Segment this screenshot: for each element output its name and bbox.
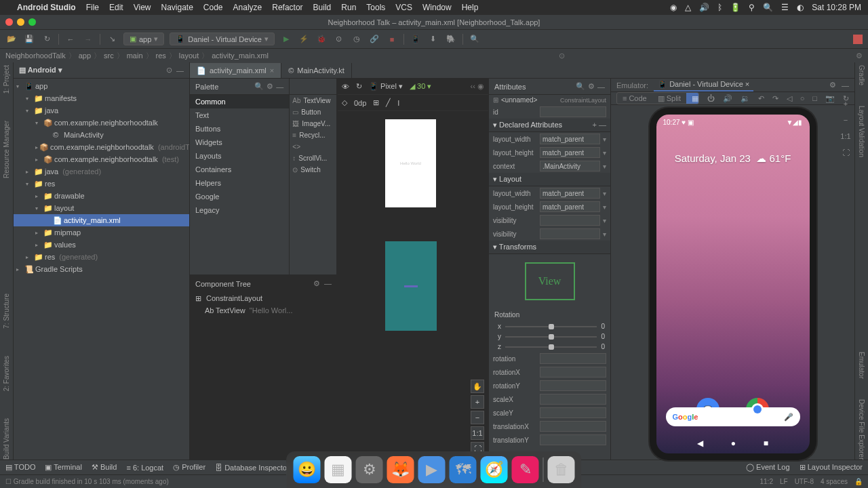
palette-category[interactable]: Text: [190, 108, 289, 122]
tool-event-log[interactable]: ◯ Event Log: [746, 463, 790, 472]
emu-zoom-fit-icon[interactable]: 1:1: [840, 130, 852, 142]
api-select[interactable]: ◢ 30 ▾: [410, 82, 431, 91]
rotation-slider[interactable]: [505, 346, 597, 348]
layout-section[interactable]: ▾ Layout: [489, 173, 610, 186]
tool-database[interactable]: 🗄 Database Inspector: [215, 464, 289, 472]
profile-icon[interactable]: ◷: [351, 33, 363, 45]
margin-icon[interactable]: ⊞: [373, 98, 379, 107]
quicktime-icon[interactable]: ▶: [418, 456, 446, 483]
zoom-fit-button[interactable]: 1:1: [471, 426, 484, 440]
component-tree-row[interactable]: AbTextView"Hello Worl...: [190, 304, 337, 317]
tool-build-variants[interactable]: Build Variants: [3, 418, 10, 460]
device-dropdown[interactable]: 📱Daniel - Virtual Device▾: [170, 33, 275, 45]
line-separator[interactable]: LF: [780, 478, 788, 485]
guideline-icon[interactable]: ╱: [386, 98, 391, 107]
attr-input[interactable]: [540, 161, 600, 171]
coverage-icon[interactable]: ⊙: [333, 33, 345, 45]
minimize-window-button[interactable]: [17, 18, 24, 26]
attr-input[interactable]: [540, 407, 606, 418]
menu-run[interactable]: Run: [341, 3, 356, 12]
attr-input[interactable]: [540, 353, 606, 364]
tool-layout-inspector[interactable]: ⊞ Layout Inspector: [800, 463, 863, 472]
stop-icon[interactable]: ■: [386, 33, 398, 45]
palette-search-icon[interactable]: 🔍: [254, 82, 264, 91]
palette-category[interactable]: Legacy: [190, 203, 289, 217]
tool-todo[interactable]: ▤ TODO: [5, 463, 35, 472]
open-icon[interactable]: 📂: [5, 33, 18, 45]
tree-row[interactable]: ▸📁values: [14, 239, 189, 251]
apply-changes-icon[interactable]: ⚡: [298, 33, 310, 45]
ct-hide-icon[interactable]: —: [324, 279, 332, 288]
close-window-button[interactable]: [5, 18, 13, 26]
project-view-dropdown[interactable]: ▤ Android ▾: [19, 66, 62, 75]
menu-vcs[interactable]: VCS: [395, 3, 412, 12]
collapse-icon[interactable]: —: [176, 66, 184, 75]
tool-profiler[interactable]: ◷ Profiler: [173, 463, 205, 472]
project-settings-icon[interactable]: ⊙: [166, 66, 172, 75]
wifi-icon[interactable]: ⚲: [749, 3, 755, 12]
tool-layout-validation[interactable]: Layout Validation: [858, 106, 865, 157]
emu-volume-up-icon[interactable]: 🔊: [723, 94, 732, 103]
cursor-position[interactable]: 11:2: [760, 478, 772, 485]
safari-icon[interactable]: 🧭: [481, 456, 508, 483]
project-tree[interactable]: ▾📱app▾📁manifests▾📁java▾📦com.example.neig…: [14, 79, 189, 460]
rotation-slider[interactable]: [505, 326, 597, 327]
tree-row[interactable]: ▾📁layout: [14, 202, 189, 214]
nav-back-icon[interactable]: ◀: [697, 439, 703, 448]
orientation-icon[interactable]: ↻: [356, 82, 362, 91]
emu-zoom-in-icon[interactable]: +: [840, 98, 852, 110]
palette-item[interactable]: ⊙Switch: [290, 164, 336, 176]
sdk-icon[interactable]: ⬇: [427, 33, 439, 45]
align-icon[interactable]: I: [397, 99, 399, 107]
breadcrumb-item[interactable]: app: [79, 52, 91, 60]
menu-window[interactable]: Window: [422, 3, 452, 12]
breadcrumb-item[interactable]: activity_main.xml: [212, 52, 269, 60]
search-icon[interactable]: 🔍: [763, 3, 773, 12]
phone-screen[interactable]: 10:27 ♥ ▣ ▼◢▮ Saturday, Jan 23 ☁ 61°F 💬 …: [656, 115, 810, 453]
sync-icon[interactable]: ↻: [41, 33, 53, 45]
attach-icon[interactable]: 🔗: [368, 33, 380, 45]
bluetooth-icon[interactable]: ᛒ: [717, 3, 722, 12]
attr-input[interactable]: [540, 147, 600, 158]
zoom-in-button[interactable]: +: [471, 395, 484, 409]
mic-icon[interactable]: 🎤: [784, 413, 793, 422]
google-search-bar[interactable]: Google 🎤: [666, 407, 800, 426]
attr-input[interactable]: [540, 201, 600, 212]
debug-icon[interactable]: 🐞: [315, 33, 328, 45]
sync-gradle-icon[interactable]: 🐘: [445, 33, 457, 45]
nav-home-icon[interactable]: ●: [731, 439, 736, 448]
tool-build[interactable]: ⚒ Build: [92, 463, 117, 472]
emu-zoom-out-icon[interactable]: −: [840, 114, 852, 126]
attr-input[interactable]: [540, 188, 600, 199]
zoom-out-button[interactable]: −: [471, 411, 484, 424]
attr-input[interactable]: [540, 215, 600, 226]
emu-home-icon[interactable]: ○: [800, 94, 805, 102]
attr-search-icon[interactable]: 🔍: [576, 82, 585, 91]
transforms-section[interactable]: ▾ Transforms: [489, 241, 610, 254]
emu-rotate-right-icon[interactable]: ↷: [772, 94, 778, 103]
constraint-icon[interactable]: 0dp: [354, 99, 366, 107]
tree-row[interactable]: ▾📁manifests: [14, 92, 189, 104]
navbar-icon[interactable]: ⊙: [559, 52, 565, 60]
emu-hide-icon[interactable]: —: [842, 81, 849, 89]
component-tree-row[interactable]: ⊞ConstraintLayout: [190, 292, 337, 304]
attr-input[interactable]: [540, 421, 606, 432]
menu-analyze[interactable]: Analyze: [233, 3, 262, 12]
status-icon[interactable]: ◉: [670, 3, 677, 12]
id-input[interactable]: [540, 106, 606, 117]
palette-category[interactable]: Google: [190, 190, 289, 203]
split-mode-button[interactable]: ▥Split: [652, 93, 686, 104]
tree-row[interactable]: 📄activity_main.xml: [14, 214, 189, 226]
notification-icon[interactable]: [853, 35, 863, 44]
palette-item[interactable]: ≡Recycl...: [290, 129, 336, 141]
emu-back-icon[interactable]: ◁: [787, 94, 792, 103]
palette-category[interactable]: Widgets: [190, 136, 289, 149]
pan-icon[interactable]: ✋: [471, 380, 484, 393]
battery-icon[interactable]: 🔋: [730, 3, 741, 12]
app-icon[interactable]: 🗺: [450, 456, 477, 483]
launchpad-icon[interactable]: ▦: [325, 456, 352, 483]
tool-terminal[interactable]: ▣ Terminal: [45, 463, 81, 472]
emu-power-icon[interactable]: ⏻: [707, 94, 715, 102]
palette-category[interactable]: Helpers: [190, 176, 289, 190]
palette-item[interactable]: ▭Button: [290, 106, 336, 118]
